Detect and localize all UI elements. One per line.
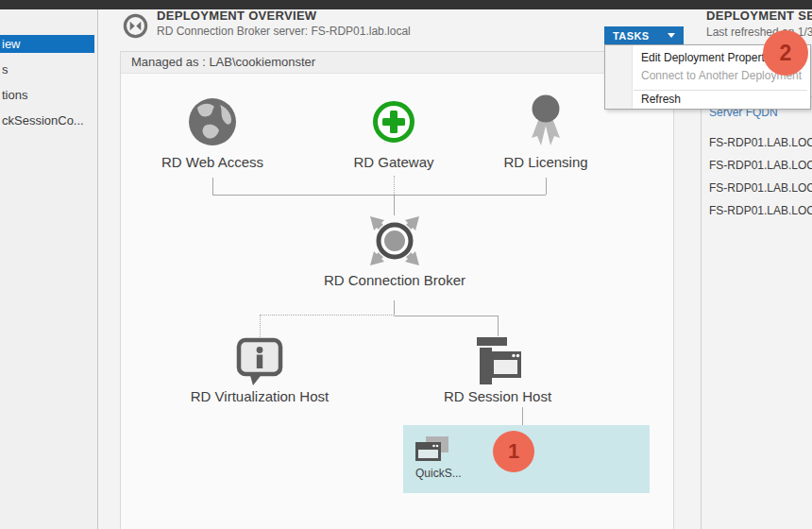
node-label-rd-licensing: RD Licensing [470,154,621,170]
node-rd-connection-broker[interactable] [368,214,421,271]
node-label-rd-virtualization-host: RD Virtualization Host [165,388,354,404]
chevron-down-icon [668,33,675,38]
broker-arrows-icon [368,214,421,267]
collection-label: QuickS... [415,467,462,480]
session-host-icon [477,337,522,384]
server-row[interactable]: FS-RDP01.LAB.LOCAL [709,136,812,149]
node-rd-web-access[interactable] [188,97,237,150]
connector-licensing-down [546,178,547,195]
award-ribbon-icon [530,94,562,147]
menu-separator [634,90,807,91]
menu-icon-gutter [605,45,633,109]
sidebar-item-overview[interactable]: iew [0,35,94,53]
connector-broker-down [394,300,395,315]
annotation-badge-2: 2 [763,30,808,76]
tasks-button-label: TASKS [613,30,649,42]
server-row[interactable]: FS-RDP01.LAB.LOCAL [709,159,812,172]
deployment-servers-title: DEPLOYMENT SERVERS [706,9,812,23]
managed-as-text: Managed as : LAB\cookiemonster [121,52,673,73]
window-chrome-strip [0,0,812,9]
node-label-rd-gateway: RD Gateway [318,154,469,170]
tasks-button[interactable]: TASKS [604,26,684,44]
connector-right-horizontal [394,316,499,316]
connector-to-broker [394,196,395,215]
sidebar-item-label: iew [0,35,94,53]
overview-subtitle: RD Connection Broker server: FS-RDP01.la… [157,25,411,38]
node-label-rd-session-host: RD Session Host [422,388,573,404]
connector-sessionhost-down [498,316,499,336]
node-label-rd-web-access: RD Web Access [137,154,288,170]
info-bubble-icon [236,337,283,386]
managed-as-bar: Managed as : LAB\cookiemonster [121,52,673,74]
badge-2-number: 2 [780,41,792,66]
node-rd-gateway[interactable] [372,100,415,147]
globe-icon [188,97,237,146]
connector-top-horizontal [212,195,546,196]
node-label-rd-connection-broker: RD Connection Broker [300,272,489,288]
server-row[interactable]: FS-RDP01.LAB.LOCAL [709,204,812,217]
green-plus-icon [372,100,415,144]
badge-1-number: 1 [508,439,519,464]
rds-sidebar: iew s tions ckSessionCo... [0,9,98,529]
sidebar-item-servers[interactable]: s [2,62,8,77]
connector-left-horizontal-dotted [260,315,394,316]
menu-item-edit-deployment-properties[interactable]: Edit Deployment Properties [641,51,779,64]
collection-windows-icon [415,436,449,466]
node-rd-virtualization-host[interactable] [236,337,283,390]
connector-webaccess-down [212,178,213,195]
annotation-badge-1: 1 [493,431,534,472]
deployment-overview-icon [123,13,148,39]
server-row[interactable]: FS-RDP01.LAB.LOCAL [709,181,812,195]
menu-item-refresh[interactable]: Refresh [641,93,681,106]
server-manager-rds-screen: iew s tions ckSessionCo... DEPLOYMENT OV… [0,0,812,529]
connector-virthost-dotted [260,316,261,337]
connector-gateway-down-dotted [394,176,395,195]
node-rd-session-host[interactable] [477,337,522,388]
connector-to-collection [522,407,523,425]
node-rd-licensing[interactable] [530,94,562,151]
sidebar-item-collections[interactable]: tions [2,88,27,102]
sidebar-item-quicksessioncollection[interactable]: ckSessionCo... [2,113,84,128]
overview-title: DEPLOYMENT OVERVIEW [157,9,316,23]
